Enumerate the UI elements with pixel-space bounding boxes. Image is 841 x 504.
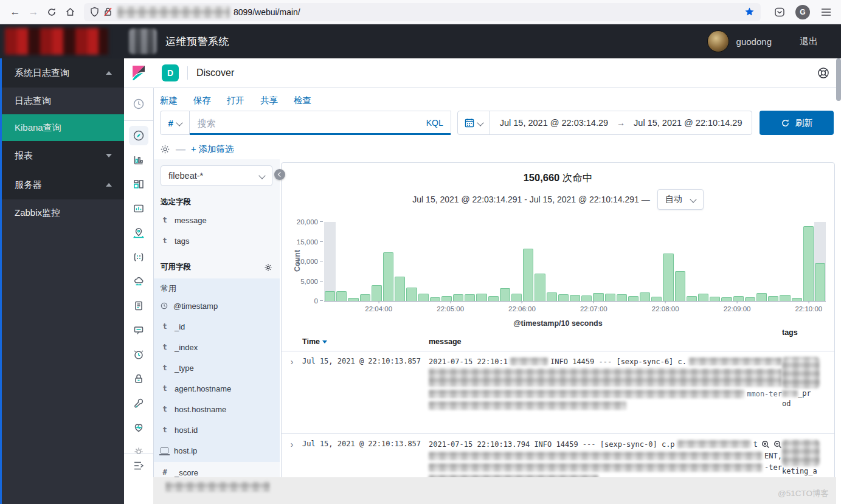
query-history-dropdown[interactable]: # [160,111,190,135]
monitoring-icon[interactable] [129,418,148,437]
histogram-bar[interactable] [803,222,814,301]
filter-settings-icon[interactable] [160,144,170,154]
field-tags[interactable]: ttags [153,230,280,251]
col-message[interactable]: message [429,337,782,346]
add-filter-link[interactable]: + 添加筛选 [191,143,234,155]
histogram-bar[interactable] [382,222,394,301]
field-message[interactable]: tmessage [153,210,280,230]
histogram-bar[interactable] [359,222,371,301]
user-avatar[interactable] [707,30,729,52]
vertical-scrollbar[interactable] [836,58,841,101]
maps-icon[interactable] [129,223,148,243]
account-icon[interactable]: G [794,3,812,21]
histogram-bar[interactable] [662,222,674,301]
col-tags[interactable]: tags [782,328,834,337]
histogram-bar[interactable] [651,222,662,301]
field-_index[interactable]: t_index [153,337,280,357]
apm-icon[interactable] [129,320,148,340]
histogram-bar[interactable] [616,222,628,301]
zoom-in-icon[interactable] [761,440,770,449]
visualize-icon[interactable] [129,150,148,170]
histogram-bar[interactable] [709,222,721,301]
histogram-bar[interactable] [744,222,756,301]
histogram-bar[interactable] [534,222,545,301]
histogram-bar[interactable] [464,222,476,301]
toolbar-link-0[interactable]: 新建 [160,95,178,106]
collapse-fields-button[interactable] [274,169,285,180]
pocket-icon[interactable] [770,3,789,21]
dev-tools-icon[interactable] [129,393,148,413]
kibana-logo-icon[interactable] [124,65,153,81]
logout-link[interactable]: 退出 [800,36,818,47]
histogram-bar[interactable] [592,222,604,301]
histogram-bar[interactable] [697,222,709,301]
toolbar-link-2[interactable]: 打开 [227,95,244,106]
histogram-bar[interactable] [371,222,382,301]
histogram-bar[interactable] [814,222,826,301]
histogram-bar[interactable] [791,222,803,301]
histogram-bar[interactable] [452,222,464,301]
histogram-bar[interactable] [767,222,779,301]
toolbar-link-4[interactable]: 检查 [294,95,311,106]
insecure-lock-icon[interactable] [103,7,112,17]
calendar-dropdown[interactable] [458,111,490,134]
field-host.ip[interactable]: host.ip [153,440,280,461]
menu-icon[interactable] [817,3,835,21]
home-icon[interactable] [61,3,79,21]
field-_id[interactable]: t_id [153,316,280,337]
histogram-bar[interactable] [686,222,697,301]
field-agent.hostname[interactable]: tagent.hostname [153,378,280,399]
histogram-bar[interactable] [476,222,487,301]
field-_type[interactable]: t_type [153,357,280,378]
sidebar-item-0[interactable]: 系统日志查询 [0,58,124,88]
histogram-bar[interactable] [336,222,347,301]
discover-icon[interactable] [129,126,148,145]
sidebar-item-1[interactable]: 日志查询 [0,88,124,114]
histogram-bar[interactable] [628,222,639,301]
histogram-bar[interactable] [441,222,452,301]
sidebar-item-3[interactable]: 报表 [0,141,124,170]
histogram-bar[interactable] [604,222,616,301]
histogram-bar[interactable] [721,222,732,301]
field-settings-gear-icon[interactable] [264,263,272,272]
histogram-bar[interactable] [429,222,441,301]
sidebar-item-2[interactable]: Kibana查询 [0,114,124,141]
security-icon[interactable] [129,369,148,388]
histogram-bar[interactable] [569,222,581,301]
interval-select[interactable]: 自动 [657,189,704,210]
histogram-bar[interactable] [394,222,406,301]
canvas-icon[interactable] [129,199,148,218]
histogram-bar[interactable] [546,222,558,301]
histogram-bar[interactable] [406,222,417,301]
col-time[interactable]: Time [302,337,429,346]
reload-icon[interactable] [43,3,61,21]
sidebar-item-5[interactable]: Zabbix监控 [0,199,124,226]
histogram-bar[interactable] [324,222,336,301]
histogram-bar[interactable] [522,222,534,301]
back-icon[interactable]: ← [6,3,24,21]
table-row[interactable]: › Jul 15, 2021 @ 22:10:13.857 2021-07-15… [282,351,834,434]
collapse-nav-icon[interactable] [124,454,153,477]
histogram-bar[interactable] [779,222,791,301]
dashboard-icon[interactable] [129,174,148,194]
histogram-bar[interactable] [347,222,359,301]
sidebar-item-4[interactable]: 服务器 [0,170,124,199]
histogram-bar[interactable] [733,222,744,301]
index-pattern-select[interactable]: filebeat-* [161,165,272,186]
histogram-bar[interactable] [499,222,511,301]
field-@timestamp[interactable]: @timestamp [153,295,280,316]
histogram-bar[interactable] [674,222,686,301]
histogram-bar[interactable] [639,222,651,301]
histogram-bar[interactable] [511,222,522,301]
time-to[interactable]: Jul 15, 2021 @ 22:10:14.29 [634,118,742,128]
toolbar-link-1[interactable]: 保存 [193,95,211,106]
expand-row-icon[interactable]: › [282,357,302,427]
zoom-out-icon[interactable] [774,440,782,449]
recent-icon[interactable] [133,98,145,110]
query-language-label[interactable]: KQL [426,118,451,128]
forward-icon[interactable]: → [24,3,43,21]
histogram-bar[interactable] [581,222,592,301]
search-input[interactable] [190,118,426,128]
time-from[interactable]: Jul 15, 2021 @ 22:03:14.29 [500,118,608,128]
refresh-button[interactable]: 刷新 [760,111,834,135]
